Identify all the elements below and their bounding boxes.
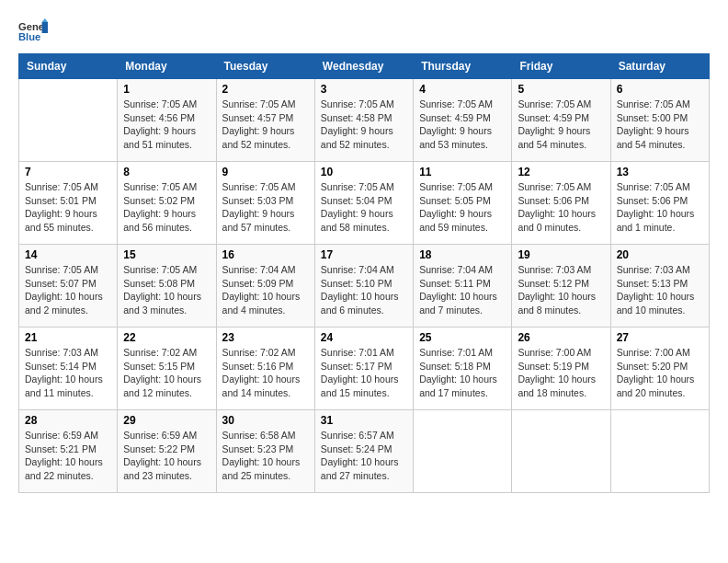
day-info: Sunrise: 7:05 AMSunset: 4:58 PMDaylight:… xyxy=(321,98,407,152)
page-header: General Blue xyxy=(18,18,710,44)
weekday-header-row: SundayMondayTuesdayWednesdayThursdayFrid… xyxy=(19,54,710,79)
calendar-cell: 30Sunrise: 6:58 AMSunset: 5:23 PMDayligh… xyxy=(216,410,314,493)
day-info: Sunrise: 7:02 AMSunset: 5:15 PMDaylight:… xyxy=(123,346,210,400)
day-number: 12 xyxy=(518,166,604,178)
calendar-cell: 20Sunrise: 7:03 AMSunset: 5:13 PMDayligh… xyxy=(610,245,709,327)
calendar-cell: 4Sunrise: 7:05 AMSunset: 4:59 PMDaylight… xyxy=(414,79,512,162)
day-number: 19 xyxy=(518,248,604,261)
day-number: 2 xyxy=(222,83,309,96)
day-info: Sunrise: 7:03 AMSunset: 5:14 PMDaylight:… xyxy=(25,346,111,400)
calendar-cell: 12Sunrise: 7:05 AMSunset: 5:06 PMDayligh… xyxy=(512,162,610,245)
calendar-cell: 3Sunrise: 7:05 AMSunset: 4:58 PMDaylight… xyxy=(314,79,413,162)
day-info: Sunrise: 7:01 AMSunset: 5:18 PMDaylight:… xyxy=(419,346,506,400)
day-info: Sunrise: 7:05 AMSunset: 5:07 PMDaylight:… xyxy=(25,263,111,317)
calendar-cell: 22Sunrise: 7:02 AMSunset: 5:15 PMDayligh… xyxy=(118,327,216,410)
calendar-cell: 17Sunrise: 7:04 AMSunset: 5:10 PMDayligh… xyxy=(314,245,413,327)
day-number: 13 xyxy=(617,166,703,178)
day-number: 17 xyxy=(321,248,407,261)
day-number: 20 xyxy=(617,248,703,261)
day-info: Sunrise: 6:57 AMSunset: 5:24 PMDaylight:… xyxy=(321,429,407,483)
calendar-cell: 16Sunrise: 7:04 AMSunset: 5:09 PMDayligh… xyxy=(216,245,314,327)
day-info: Sunrise: 6:58 AMSunset: 5:23 PMDaylight:… xyxy=(222,429,309,483)
day-number: 11 xyxy=(419,166,506,178)
weekday-header-thursday: Thursday xyxy=(414,54,512,79)
day-number: 23 xyxy=(222,331,309,344)
calendar-cell: 24Sunrise: 7:01 AMSunset: 5:17 PMDayligh… xyxy=(314,327,413,410)
logo: General Blue xyxy=(18,18,48,44)
calendar-cell: 18Sunrise: 7:04 AMSunset: 5:11 PMDayligh… xyxy=(414,245,512,327)
day-number: 22 xyxy=(123,331,210,344)
day-info: Sunrise: 7:04 AMSunset: 5:11 PMDaylight:… xyxy=(419,263,506,317)
calendar-cell: 23Sunrise: 7:02 AMSunset: 5:16 PMDayligh… xyxy=(216,327,314,410)
day-number: 5 xyxy=(518,83,604,96)
day-number: 30 xyxy=(222,414,309,427)
day-info: Sunrise: 7:05 AMSunset: 5:02 PMDaylight:… xyxy=(123,180,210,235)
day-info: Sunrise: 7:05 AMSunset: 5:03 PMDaylight:… xyxy=(222,180,309,235)
calendar-cell xyxy=(414,410,512,493)
calendar-cell: 10Sunrise: 7:05 AMSunset: 5:04 PMDayligh… xyxy=(314,162,413,245)
calendar-cell: 6Sunrise: 7:05 AMSunset: 5:00 PMDaylight… xyxy=(610,79,709,162)
day-number: 24 xyxy=(321,331,407,344)
calendar-cell: 9Sunrise: 7:05 AMSunset: 5:03 PMDaylight… xyxy=(216,162,314,245)
day-number: 26 xyxy=(518,331,604,344)
day-info: Sunrise: 7:05 AMSunset: 4:56 PMDaylight:… xyxy=(123,98,210,152)
weekday-header-tuesday: Tuesday xyxy=(216,54,314,79)
day-number: 6 xyxy=(617,83,703,96)
calendar-cell: 25Sunrise: 7:01 AMSunset: 5:18 PMDayligh… xyxy=(414,327,512,410)
calendar-cell: 15Sunrise: 7:05 AMSunset: 5:08 PMDayligh… xyxy=(118,245,216,327)
calendar-cell xyxy=(512,410,610,493)
calendar-cell: 2Sunrise: 7:05 AMSunset: 4:57 PMDaylight… xyxy=(216,79,314,162)
day-number: 25 xyxy=(419,331,506,344)
day-info: Sunrise: 7:05 AMSunset: 5:06 PMDaylight:… xyxy=(518,180,604,235)
day-number: 1 xyxy=(123,83,210,96)
day-info: Sunrise: 7:04 AMSunset: 5:09 PMDaylight:… xyxy=(222,263,309,317)
day-info: Sunrise: 7:05 AMSunset: 5:04 PMDaylight:… xyxy=(321,180,407,235)
calendar-cell xyxy=(19,79,118,162)
day-info: Sunrise: 7:05 AMSunset: 5:06 PMDaylight:… xyxy=(617,180,703,235)
day-info: Sunrise: 7:05 AMSunset: 5:00 PMDaylight:… xyxy=(617,98,703,152)
day-number: 16 xyxy=(222,248,309,261)
svg-marker-3 xyxy=(42,18,48,22)
calendar-cell xyxy=(610,410,709,493)
week-row-4: 21Sunrise: 7:03 AMSunset: 5:14 PMDayligh… xyxy=(19,327,710,410)
day-info: Sunrise: 7:00 AMSunset: 5:20 PMDaylight:… xyxy=(617,346,703,400)
day-number: 3 xyxy=(321,83,407,96)
day-number: 27 xyxy=(617,331,703,344)
day-number: 28 xyxy=(25,414,111,427)
calendar-cell: 1Sunrise: 7:05 AMSunset: 4:56 PMDaylight… xyxy=(118,79,216,162)
calendar-cell: 11Sunrise: 7:05 AMSunset: 5:05 PMDayligh… xyxy=(414,162,512,245)
week-row-3: 14Sunrise: 7:05 AMSunset: 5:07 PMDayligh… xyxy=(19,245,710,327)
week-row-1: 1Sunrise: 7:05 AMSunset: 4:56 PMDaylight… xyxy=(19,79,710,162)
weekday-header-saturday: Saturday xyxy=(610,54,709,79)
calendar-cell: 28Sunrise: 6:59 AMSunset: 5:21 PMDayligh… xyxy=(19,410,118,493)
calendar-cell: 29Sunrise: 6:59 AMSunset: 5:22 PMDayligh… xyxy=(118,410,216,493)
day-number: 8 xyxy=(123,166,210,178)
weekday-header-monday: Monday xyxy=(118,54,216,79)
calendar-cell: 19Sunrise: 7:03 AMSunset: 5:12 PMDayligh… xyxy=(512,245,610,327)
calendar-table: SundayMondayTuesdayWednesdayThursdayFrid… xyxy=(18,53,710,493)
calendar-cell: 27Sunrise: 7:00 AMSunset: 5:20 PMDayligh… xyxy=(610,327,709,410)
calendar-cell: 13Sunrise: 7:05 AMSunset: 5:06 PMDayligh… xyxy=(610,162,709,245)
day-info: Sunrise: 7:05 AMSunset: 4:59 PMDaylight:… xyxy=(419,98,506,152)
svg-marker-2 xyxy=(42,22,48,33)
day-info: Sunrise: 7:02 AMSunset: 5:16 PMDaylight:… xyxy=(222,346,309,400)
day-info: Sunrise: 7:05 AMSunset: 5:05 PMDaylight:… xyxy=(419,180,506,235)
day-number: 4 xyxy=(419,83,506,96)
day-info: Sunrise: 7:01 AMSunset: 5:17 PMDaylight:… xyxy=(321,346,407,400)
calendar-cell: 7Sunrise: 7:05 AMSunset: 5:01 PMDaylight… xyxy=(19,162,118,245)
week-row-5: 28Sunrise: 6:59 AMSunset: 5:21 PMDayligh… xyxy=(19,410,710,493)
day-number: 31 xyxy=(321,414,407,427)
weekday-header-friday: Friday xyxy=(512,54,610,79)
day-info: Sunrise: 7:00 AMSunset: 5:19 PMDaylight:… xyxy=(518,346,604,400)
weekday-header-wednesday: Wednesday xyxy=(314,54,413,79)
svg-text:Blue: Blue xyxy=(18,31,40,42)
day-number: 7 xyxy=(25,166,111,178)
day-info: Sunrise: 7:05 AMSunset: 4:57 PMDaylight:… xyxy=(222,98,309,152)
week-row-2: 7Sunrise: 7:05 AMSunset: 5:01 PMDaylight… xyxy=(19,162,710,245)
calendar-cell: 31Sunrise: 6:57 AMSunset: 5:24 PMDayligh… xyxy=(314,410,413,493)
calendar-cell: 14Sunrise: 7:05 AMSunset: 5:07 PMDayligh… xyxy=(19,245,118,327)
day-info: Sunrise: 6:59 AMSunset: 5:21 PMDaylight:… xyxy=(25,429,111,483)
day-number: 18 xyxy=(419,248,506,261)
weekday-header-sunday: Sunday xyxy=(19,54,118,79)
day-number: 15 xyxy=(123,248,210,261)
